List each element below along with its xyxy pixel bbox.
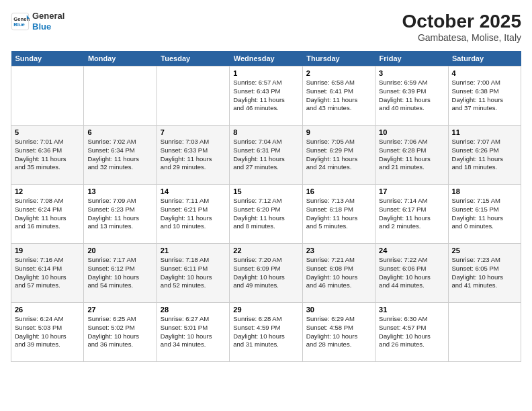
day-cell: 2Sunrise: 6:58 AMSunset: 6:41 PMDaylight…: [302, 66, 375, 126]
day-cell: 29Sunrise: 6:28 AMSunset: 4:59 PMDayligh…: [230, 303, 302, 362]
day-number: 3: [379, 69, 444, 77]
day-number: 16: [306, 187, 371, 195]
header-friday: Friday: [375, 51, 448, 66]
day-cell: 5Sunrise: 7:01 AMSunset: 6:36 PMDaylight…: [11, 126, 84, 185]
day-cell: 31Sunrise: 6:30 AMSunset: 4:57 PMDayligh…: [375, 303, 448, 362]
day-info: Sunrise: 7:14 AMSunset: 6:17 PMDaylight:…: [379, 197, 444, 231]
week-row-1: 1Sunrise: 6:57 AMSunset: 6:43 PMDaylight…: [11, 66, 521, 126]
day-info: Sunrise: 7:15 AMSunset: 6:15 PMDaylight:…: [452, 197, 517, 231]
day-info: Sunrise: 7:23 AMSunset: 6:05 PMDaylight:…: [452, 256, 517, 290]
day-cell: 14Sunrise: 7:11 AMSunset: 6:21 PMDayligh…: [157, 185, 229, 244]
day-number: 9: [306, 128, 371, 136]
day-info: Sunrise: 6:59 AMSunset: 6:39 PMDaylight:…: [379, 79, 444, 113]
day-number: 25: [452, 246, 517, 255]
day-cell: 28Sunrise: 6:27 AMSunset: 5:01 PMDayligh…: [157, 303, 229, 362]
day-info: Sunrise: 7:13 AMSunset: 6:18 PMDaylight:…: [306, 197, 371, 231]
day-info: Sunrise: 7:06 AMSunset: 6:28 PMDaylight:…: [379, 138, 444, 172]
header-wednesday: Wednesday: [230, 51, 302, 66]
day-info: Sunrise: 6:57 AMSunset: 6:43 PMDaylight:…: [233, 79, 298, 113]
header-saturday: Saturday: [448, 51, 521, 66]
day-cell: [84, 66, 157, 126]
week-row-2: 5Sunrise: 7:01 AMSunset: 6:36 PMDaylight…: [11, 126, 521, 185]
day-number: 7: [161, 128, 226, 136]
logo-icon: General Blue: [11, 12, 30, 31]
day-number: 1: [233, 69, 298, 77]
day-info: Sunrise: 6:27 AMSunset: 5:01 PMDaylight:…: [161, 315, 226, 349]
day-info: Sunrise: 7:18 AMSunset: 6:11 PMDaylight:…: [161, 256, 226, 290]
day-cell: 20Sunrise: 7:17 AMSunset: 6:12 PMDayligh…: [84, 244, 157, 303]
day-cell: 12Sunrise: 7:08 AMSunset: 6:24 PMDayligh…: [11, 185, 84, 244]
day-number: 31: [379, 306, 444, 314]
day-info: Sunrise: 7:16 AMSunset: 6:14 PMDaylight:…: [15, 256, 80, 290]
svg-text:Blue: Blue: [13, 21, 25, 28]
day-cell: 21Sunrise: 7:18 AMSunset: 6:11 PMDayligh…: [157, 244, 229, 303]
day-cell: 15Sunrise: 7:12 AMSunset: 6:20 PMDayligh…: [230, 185, 302, 244]
day-cell: 13Sunrise: 7:09 AMSunset: 6:23 PMDayligh…: [84, 185, 157, 244]
day-cell: 17Sunrise: 7:14 AMSunset: 6:17 PMDayligh…: [375, 185, 448, 244]
day-number: 14: [161, 187, 226, 195]
day-cell: 4Sunrise: 7:00 AMSunset: 6:38 PMDaylight…: [448, 66, 521, 126]
day-info: Sunrise: 7:17 AMSunset: 6:12 PMDaylight:…: [87, 256, 152, 290]
page-header: General Blue General Blue October 2025 G…: [11, 11, 521, 43]
day-info: Sunrise: 7:08 AMSunset: 6:24 PMDaylight:…: [15, 197, 80, 231]
day-info: Sunrise: 7:00 AMSunset: 6:38 PMDaylight:…: [452, 79, 517, 113]
day-cell: [448, 303, 521, 362]
day-number: 11: [452, 128, 517, 136]
day-info: Sunrise: 6:28 AMSunset: 4:59 PMDaylight:…: [233, 315, 298, 349]
day-info: Sunrise: 7:04 AMSunset: 6:31 PMDaylight:…: [233, 138, 298, 172]
day-cell: 18Sunrise: 7:15 AMSunset: 6:15 PMDayligh…: [448, 185, 521, 244]
day-info: Sunrise: 7:21 AMSunset: 6:08 PMDaylight:…: [306, 256, 371, 290]
day-number: 18: [452, 187, 517, 195]
day-cell: 30Sunrise: 6:29 AMSunset: 4:58 PMDayligh…: [302, 303, 375, 362]
calendar-title: October 2025: [402, 11, 521, 32]
logo-line1: General: [32, 11, 64, 21]
day-header-row: SundayMondayTuesdayWednesdayThursdayFrid…: [11, 51, 521, 66]
calendar-table: SundayMondayTuesdayWednesdayThursdayFrid…: [11, 51, 521, 362]
header-tuesday: Tuesday: [157, 51, 229, 66]
day-info: Sunrise: 7:07 AMSunset: 6:26 PMDaylight:…: [452, 138, 517, 172]
day-cell: 6Sunrise: 7:02 AMSunset: 6:34 PMDaylight…: [84, 126, 157, 185]
day-cell: 8Sunrise: 7:04 AMSunset: 6:31 PMDaylight…: [230, 126, 302, 185]
day-cell: 11Sunrise: 7:07 AMSunset: 6:26 PMDayligh…: [448, 126, 521, 185]
day-info: Sunrise: 6:58 AMSunset: 6:41 PMDaylight:…: [306, 79, 371, 113]
week-row-5: 26Sunrise: 6:24 AMSunset: 5:03 PMDayligh…: [11, 303, 521, 362]
title-block: October 2025 Gambatesa, Molise, Italy: [402, 11, 521, 43]
day-info: Sunrise: 7:11 AMSunset: 6:21 PMDaylight:…: [161, 197, 226, 231]
day-cell: 27Sunrise: 6:25 AMSunset: 5:02 PMDayligh…: [84, 303, 157, 362]
day-number: 13: [87, 187, 152, 195]
week-row-3: 12Sunrise: 7:08 AMSunset: 6:24 PMDayligh…: [11, 185, 521, 244]
day-number: 20: [87, 246, 152, 255]
day-number: 26: [15, 306, 80, 314]
day-info: Sunrise: 7:05 AMSunset: 6:29 PMDaylight:…: [306, 138, 371, 172]
day-cell: 24Sunrise: 7:22 AMSunset: 6:06 PMDayligh…: [375, 244, 448, 303]
logo: General Blue General Blue: [11, 11, 64, 32]
logo-line2: Blue: [32, 21, 64, 32]
day-cell: 26Sunrise: 6:24 AMSunset: 5:03 PMDayligh…: [11, 303, 84, 362]
day-number: 5: [15, 128, 80, 136]
day-info: Sunrise: 7:12 AMSunset: 6:20 PMDaylight:…: [233, 197, 298, 231]
day-number: 19: [15, 246, 80, 255]
day-number: 12: [15, 187, 80, 195]
day-cell: 25Sunrise: 7:23 AMSunset: 6:05 PMDayligh…: [448, 244, 521, 303]
day-cell: 3Sunrise: 6:59 AMSunset: 6:39 PMDaylight…: [375, 66, 448, 126]
day-info: Sunrise: 7:01 AMSunset: 6:36 PMDaylight:…: [15, 138, 80, 172]
day-cell: 7Sunrise: 7:03 AMSunset: 6:33 PMDaylight…: [157, 126, 229, 185]
day-number: 28: [161, 306, 226, 314]
day-number: 21: [161, 246, 226, 255]
day-cell: 10Sunrise: 7:06 AMSunset: 6:28 PMDayligh…: [375, 126, 448, 185]
day-number: 17: [379, 187, 444, 195]
day-number: 6: [87, 128, 152, 136]
day-cell: 1Sunrise: 6:57 AMSunset: 6:43 PMDaylight…: [230, 66, 302, 126]
day-number: 4: [452, 69, 517, 77]
header-sunday: Sunday: [11, 51, 84, 66]
day-number: 8: [233, 128, 298, 136]
header-monday: Monday: [84, 51, 157, 66]
day-info: Sunrise: 7:22 AMSunset: 6:06 PMDaylight:…: [379, 256, 444, 290]
day-info: Sunrise: 7:02 AMSunset: 6:34 PMDaylight:…: [87, 138, 152, 172]
day-number: 29: [233, 306, 298, 314]
day-cell: 22Sunrise: 7:20 AMSunset: 6:09 PMDayligh…: [230, 244, 302, 303]
calendar-subtitle: Gambatesa, Molise, Italy: [402, 32, 521, 43]
day-info: Sunrise: 6:30 AMSunset: 4:57 PMDaylight:…: [379, 315, 444, 349]
day-number: 23: [306, 246, 371, 255]
day-number: 22: [233, 246, 298, 255]
